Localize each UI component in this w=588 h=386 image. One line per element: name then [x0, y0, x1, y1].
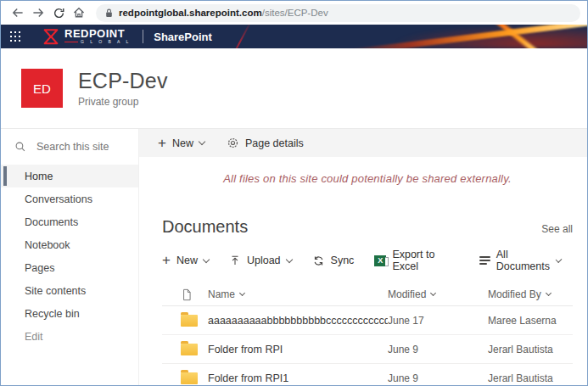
table-row[interactable]: Folder from RPI June 9 Jerarl Bautista [162, 335, 573, 363]
row-modified-by: Jerarl Bautista [488, 344, 573, 355]
chevron-down-icon [556, 256, 563, 263]
back-icon[interactable] [8, 3, 28, 22]
chevron-down-icon [199, 138, 205, 145]
sidebar-item-pages[interactable]: Pages [1, 256, 138, 279]
row-modified-by: Jerarl Bautista [488, 372, 573, 384]
row-modified: June 9 [388, 344, 488, 355]
redpoint-hourglass-icon [42, 27, 60, 46]
sidebar-item-notebook[interactable]: Notebook [1, 233, 138, 256]
suite-bar: REDPOINT G L O B A L SharePoint [1, 25, 587, 48]
sidebar-item-recycle-bin[interactable]: Recycle bin [1, 302, 138, 325]
sidebar-item-home[interactable]: Home [1, 165, 138, 187]
folder-icon [181, 315, 198, 327]
site-header: ED ECP-Dev Private group [1, 48, 587, 129]
reload-icon[interactable] [48, 3, 69, 22]
site-privacy-label: Private group [78, 96, 168, 108]
export-to-excel-button[interactable]: X Export to Excel [374, 249, 438, 272]
url-path: /sites/ECP-Dev [262, 8, 328, 18]
lock-icon [104, 8, 114, 19]
app-launcher-waffle-icon[interactable] [1, 25, 30, 48]
sort-chevron-icon [239, 290, 245, 296]
documents-webpart-title[interactable]: Documents [162, 217, 248, 237]
sidebar-item-site-contents[interactable]: Site contents [1, 279, 138, 302]
chevron-down-icon [285, 255, 292, 262]
address-bar[interactable]: redpointglobal.sharepoint.com/sites/ECP-… [96, 4, 580, 22]
row-name[interactable]: Folder from RPI1 [208, 372, 388, 384]
forward-icon[interactable] [28, 3, 48, 22]
row-modified: June 17 [388, 315, 488, 327]
page-command-bar: + New Page details [139, 129, 587, 157]
upload-button[interactable]: Upload [229, 255, 292, 266]
suite-divider [143, 30, 143, 43]
screenshot-frame: redpointglobal.sharepoint.com/sites/ECP-… [0, 0, 588, 386]
new-button[interactable]: + New [158, 137, 204, 149]
external-sharing-notice: All files on this site could potentially… [162, 172, 573, 185]
page-content: All files on this site could potentially… [139, 157, 587, 386]
doc-new-button[interactable]: + New [162, 255, 209, 266]
row-modified: June 9 [388, 372, 488, 384]
site-title[interactable]: ECP-Dev [78, 69, 168, 93]
table-row[interactable]: aaaaaaaaaabbbbbbbbbbcccccccccccdddddd...… [162, 306, 573, 334]
column-header-name[interactable]: Name [208, 288, 388, 300]
plus-icon: + [162, 255, 171, 266]
view-lines-icon [479, 256, 490, 265]
redpoint-logo[interactable]: REDPOINT G L O B A L [42, 27, 131, 46]
column-header-modified-by[interactable]: Modified By [488, 288, 573, 300]
plus-icon: + [158, 137, 166, 149]
sidebar-nav: Home Conversations Documents Notebook Pa… [1, 165, 138, 348]
sidebar-item-documents[interactable]: Documents [1, 210, 138, 233]
sidebar-item-conversations[interactable]: Conversations [1, 187, 138, 210]
sync-icon [312, 255, 325, 267]
sidebar: Home Conversations Documents Notebook Pa… [1, 129, 139, 385]
url-host: redpointglobal.sharepoint.com [119, 8, 262, 18]
brand-name: REDPOINT [64, 29, 131, 39]
excel-icon: X [374, 255, 386, 266]
table-row[interactable]: Folder from RPI1 June 9 Jerarl Bautista [162, 364, 573, 386]
row-modified-by: Maree Laserna [488, 315, 573, 327]
see-all-link[interactable]: See all [541, 223, 573, 235]
sync-button[interactable]: Sync [312, 255, 355, 267]
sort-chevron-icon [430, 290, 436, 296]
browser-toolbar: redpointglobal.sharepoint.com/sites/ECP-… [1, 1, 587, 25]
row-name[interactable]: Folder from RPI [208, 344, 388, 355]
view-selector[interactable]: All Documents [479, 249, 561, 272]
sort-chevron-icon [546, 290, 552, 296]
site-avatar[interactable]: ED [21, 69, 63, 108]
row-name[interactable]: aaaaaaaaaabbbbbbbbbbcccccccccccdddddd... [208, 315, 388, 327]
file-type-column-icon[interactable] [162, 288, 208, 301]
upload-icon [229, 255, 241, 266]
search-icon [14, 141, 26, 153]
folder-icon [181, 372, 198, 384]
column-header-modified[interactable]: Modified [388, 288, 488, 300]
sharepoint-label[interactable]: SharePoint [154, 31, 212, 43]
sidebar-item-edit[interactable]: Edit [1, 325, 138, 348]
folder-icon [181, 344, 198, 355]
chevron-down-icon [203, 255, 210, 262]
search-input[interactable] [36, 141, 130, 153]
gear-icon [227, 137, 239, 149]
documents-command-bar: + New Upload [162, 249, 573, 272]
home-icon[interactable] [69, 3, 89, 22]
documents-table: Name Modified Modified By aaaaaaaaaabbbb… [162, 283, 573, 386]
site-search[interactable] [1, 134, 138, 159]
page-details-button[interactable]: Page details [227, 137, 304, 149]
table-header-row: Name Modified Modified By [162, 283, 573, 305]
